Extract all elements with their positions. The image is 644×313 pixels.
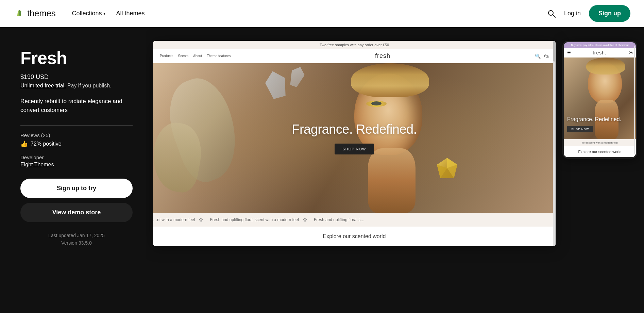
signup-button[interactable]: Sign up	[589, 5, 630, 22]
chevron-down-icon: ▾	[103, 11, 105, 16]
reviews-positive-text: 72% positive	[31, 141, 62, 147]
ticker-text-2: Fresh and uplifting floral scent with a …	[210, 217, 299, 222]
update-info: Last updated Jan 17, 2025 Version 33.5.0	[20, 232, 133, 247]
theme-title: Fresh	[20, 48, 133, 68]
logo[interactable]: themes	[14, 8, 55, 19]
mobile-hero-title: Fragrance. Redefined.	[567, 116, 632, 122]
right-panel: Two free samples with any order over £50…	[146, 27, 644, 313]
thumbs-up-icon: 👍	[20, 140, 28, 148]
desktop-preview: Two free samples with any order over £50…	[153, 41, 556, 246]
mobile-bag-icon: 🛍	[628, 50, 632, 55]
developer-link[interactable]: Eight Themes	[20, 162, 54, 167]
mobile-hero-content: Fragrance. Redefined. SHOP NOW	[567, 116, 632, 132]
preview-hero-content: Fragrance. Redefined. SHOP NOW	[292, 122, 417, 154]
svg-rect-0	[17, 16, 21, 16]
main-content: Fresh $190 USD Unlimited free trial. Pay…	[0, 27, 644, 313]
ticker-flower-1: ✿	[199, 217, 203, 223]
mobile-navbar: ☰ fresh. 🛍	[564, 48, 636, 57]
search-icon	[547, 9, 556, 18]
mobile-explore: Explore our scented world	[564, 146, 636, 157]
crystal-left2	[287, 65, 306, 88]
collections-label: Collections	[72, 10, 102, 17]
theme-price: $190 USD	[20, 73, 133, 81]
preview-search-icon: 🔍	[535, 53, 541, 59]
reviews-positive: 👍 72% positive	[20, 140, 133, 148]
logo-text: themes	[27, 8, 55, 19]
version: Version 33.5.0	[20, 239, 133, 247]
mobile-preview: Buy now, pay later. Klarna available at …	[562, 41, 637, 159]
crystal-left	[262, 69, 289, 100]
collections-nav-link[interactable]: Collections ▾	[72, 10, 105, 17]
all-themes-nav-link[interactable]: All themes	[116, 10, 145, 17]
preview-topbar: Two free samples with any order over £50	[153, 41, 556, 49]
preview-nav-theme: Theme features	[207, 54, 231, 58]
preview-nav-products: Products	[160, 54, 173, 58]
reviews-label: Reviews (25)	[20, 132, 133, 138]
preview-bag-icon: 🛍	[544, 53, 549, 59]
diamond-gem	[435, 156, 459, 180]
mobile-hero: Fragrance. Redefined. SHOP NOW	[564, 57, 636, 139]
preview-hero: Fragrance. Redefined. SHOP NOW	[153, 63, 556, 213]
preview-navbar: Products Scents About Theme features fre…	[153, 49, 556, 63]
scrollbar-thumb	[553, 41, 555, 62]
login-link[interactable]: Log in	[564, 10, 581, 17]
left-panel: Fresh $190 USD Unlimited free trial. Pay…	[0, 27, 146, 313]
theme-description: Recently rebuilt to radiate elegance and…	[20, 97, 133, 114]
preview-hero-title: Fragrance. Redefined.	[292, 122, 417, 137]
mobile-shop-now-button[interactable]: SHOP NOW	[567, 126, 593, 132]
mobile-hair	[586, 57, 625, 75]
free-trial-text: Unlimited free trial. Pay if you publish…	[20, 83, 133, 89]
pay-if-publish-text: Pay if you publish.	[67, 83, 112, 88]
preview-nav-links: Products Scents About Theme features	[160, 54, 231, 58]
shoulders	[368, 148, 416, 213]
shopify-logo-icon	[14, 8, 24, 19]
ticker-item-2: Fresh and uplifting floral scent with a …	[210, 217, 307, 223]
free-trial-link[interactable]: Unlimited free trial.	[20, 83, 66, 88]
mobile-ticker: floral scent with a modern feel	[564, 139, 636, 146]
gem-svg	[435, 156, 459, 180]
reviews-section: Reviews (25) 👍 72% positive	[20, 132, 133, 148]
preview-explore: Explore our scented world	[153, 227, 556, 246]
preview-nav-about: About	[193, 54, 202, 58]
developer-label: Developer	[20, 154, 133, 160]
preview-nav-icons: 🔍 🛍	[535, 53, 549, 59]
preview-nav-scents: Scents	[178, 54, 188, 58]
ticker-flower-2: ✿	[303, 217, 307, 223]
search-button[interactable]	[547, 9, 556, 18]
preview-scrollbar[interactable]	[553, 41, 556, 246]
preview-store-name: fresh	[375, 52, 390, 60]
view-demo-button[interactable]: View demo store	[20, 203, 133, 222]
ticker-item-1: …nt with a modern feel ✿	[153, 217, 203, 223]
crystal-right	[488, 63, 556, 159]
preview-shop-now-button[interactable]: SHOP NOW	[335, 144, 374, 154]
all-themes-label: All themes	[116, 10, 145, 17]
mobile-menu-icon: ☰	[567, 50, 571, 55]
last-updated: Last updated Jan 17, 2025	[20, 232, 133, 239]
ticker-text-1: …nt with a modern feel	[153, 217, 195, 222]
navbar: themes Collections ▾ All themes Log in S…	[0, 0, 644, 27]
divider	[20, 125, 133, 126]
mobile-topbar: Buy now, pay later. Klarna available at …	[564, 42, 636, 48]
preview-ticker: …nt with a modern feel ✿ Fresh and uplif…	[153, 213, 556, 227]
mobile-store-name: fresh.	[593, 50, 607, 55]
ticker-text-3: Fresh and uplifting floral s…	[314, 217, 365, 222]
hair	[351, 63, 429, 97]
navbar-right: Log in Sign up	[547, 5, 630, 22]
main-nav: Collections ▾ All themes	[72, 10, 145, 17]
mobile-scrollbar[interactable]	[634, 46, 635, 154]
developer-section: Developer Eight Themes	[20, 154, 133, 168]
ticker-item-3: Fresh and uplifting floral s…	[314, 217, 365, 222]
svg-line-2	[553, 15, 555, 17]
signup-try-button[interactable]: Sign up to try	[20, 179, 133, 198]
